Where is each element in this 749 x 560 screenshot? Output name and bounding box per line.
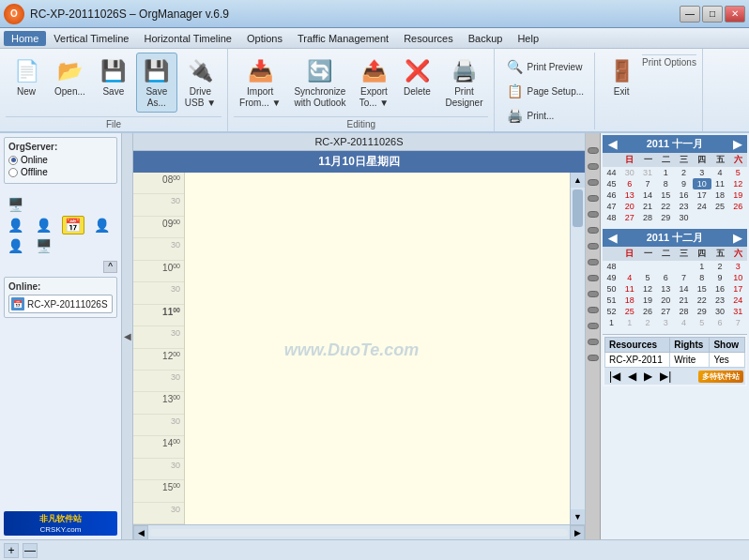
org-icon-4[interactable] [90, 195, 113, 214]
dec-day-25[interactable]: 25 [620, 306, 638, 317]
dec-day-2[interactable]: 2 [711, 261, 729, 272]
day-16[interactable]: 16 [675, 189, 693, 201]
cal-next-button[interactable]: ▶ [731, 138, 743, 151]
dec-day-9[interactable]: 9 [711, 272, 729, 283]
dec-next-7[interactable]: 7 [729, 317, 747, 328]
day-3[interactable]: 3 [693, 167, 711, 178]
online-item-rc-xp[interactable]: 📅 RC-XP-20111026S [8, 295, 113, 313]
day-17[interactable]: 17 [693, 189, 711, 201]
dec-day-8[interactable]: 8 [693, 272, 711, 283]
menu-options[interactable]: Options [239, 31, 290, 46]
org-icon-1[interactable]: 🖥️ [4, 195, 26, 214]
day-30-prev[interactable]: 30 [620, 167, 638, 178]
dec-next-4[interactable]: 4 [675, 317, 693, 328]
offline-radio[interactable] [8, 168, 18, 177]
new-button[interactable]: 📄 New [6, 53, 47, 101]
day-22[interactable]: 22 [657, 201, 675, 212]
day-1[interactable]: 1 [657, 167, 675, 178]
dec-day-3[interactable]: 3 [729, 261, 747, 272]
dec-day-1[interactable]: 1 [693, 261, 711, 272]
online-radio[interactable] [8, 156, 18, 165]
scroll-thumb[interactable] [573, 189, 583, 227]
scroll-left-button[interactable]: ◀ [133, 525, 148, 540]
dec-day-15[interactable]: 15 [693, 283, 711, 295]
dec-next-5[interactable]: 5 [693, 317, 711, 328]
day-8[interactable]: 8 [657, 178, 675, 189]
collapse-button[interactable]: ^ [103, 261, 117, 273]
day-19[interactable]: 19 [729, 189, 747, 201]
day-9[interactable]: 9 [675, 178, 693, 189]
dec-day-4[interactable]: 4 [620, 272, 638, 283]
day-2[interactable]: 2 [675, 167, 693, 178]
exit-button[interactable]: 🚪 Exit [601, 53, 642, 101]
dec-day-22[interactable]: 22 [693, 295, 711, 306]
dec-next-1[interactable]: 1 [620, 317, 638, 328]
org-icon-2[interactable] [33, 195, 55, 214]
day-27[interactable]: 27 [620, 212, 638, 223]
remove-button[interactable]: — [23, 543, 38, 558]
dec-day-11[interactable]: 11 [620, 283, 638, 295]
res-prev-button[interactable]: ◀ [625, 370, 639, 383]
day-20[interactable]: 20 [620, 201, 638, 212]
dec-day-28[interactable]: 28 [675, 306, 693, 317]
dec-day-21[interactable]: 21 [675, 295, 693, 306]
org-icon-12[interactable] [90, 236, 113, 255]
cal-dec-prev-button[interactable]: ◀ [606, 232, 619, 245]
menu-home[interactable]: Home [4, 31, 46, 46]
dec-next-2[interactable]: 2 [639, 317, 657, 328]
delete-button[interactable]: ❌ Delete [396, 53, 437, 101]
dec-day-16[interactable]: 16 [711, 283, 729, 295]
maximize-button[interactable]: □ [702, 6, 723, 23]
menu-resources[interactable]: Resources [396, 31, 461, 46]
import-from-button[interactable]: 📥 ImportFrom... ▼ [234, 53, 286, 113]
cal-dec-next-button[interactable]: ▶ [731, 232, 743, 245]
res-next-button[interactable]: ▶ [641, 370, 655, 383]
dec-day-24[interactable]: 24 [729, 295, 747, 306]
day-4[interactable]: 4 [711, 167, 729, 178]
save-button[interactable]: 💾 Save [93, 53, 134, 101]
dec-day-7[interactable]: 7 [675, 272, 693, 283]
dec-day-31[interactable]: 31 [729, 306, 747, 317]
dec-day-23[interactable]: 23 [711, 295, 729, 306]
dec-day-30[interactable]: 30 [711, 306, 729, 317]
dec-day-10[interactable]: 10 [729, 272, 747, 283]
day-10-today[interactable]: 10 [693, 178, 711, 189]
online-radio-option[interactable]: Online [8, 155, 113, 165]
day-23[interactable]: 23 [675, 201, 693, 212]
day-11[interactable]: 11 [711, 178, 729, 189]
day-24[interactable]: 24 [693, 201, 711, 212]
day-12[interactable]: 12 [729, 178, 747, 189]
close-button[interactable]: ✕ [725, 6, 745, 23]
print-designer-button[interactable]: 🖨️ PrintDesigner [439, 53, 488, 113]
org-icon-10[interactable]: 🖥️ [33, 236, 55, 255]
day-14[interactable]: 14 [639, 189, 657, 201]
day-7[interactable]: 7 [639, 178, 657, 189]
vertical-scrollbar[interactable]: ▲ ▼ [570, 173, 585, 524]
page-setup-button[interactable]: 📋 Page Setup... [500, 81, 590, 101]
minimize-button[interactable]: — [680, 6, 700, 23]
dec-day-12[interactable]: 12 [639, 283, 657, 295]
export-to-button[interactable]: 📤 ExportTo... ▼ [353, 53, 394, 113]
print-button[interactable]: 🖨️ Print... [500, 105, 590, 126]
cal-prev-button[interactable]: ◀ [606, 138, 619, 151]
dec-day-14[interactable]: 14 [675, 283, 693, 295]
day-31-prev[interactable]: 31 [639, 167, 657, 178]
dec-day-27[interactable]: 27 [657, 306, 675, 317]
offline-radio-option[interactable]: Offline [8, 167, 113, 177]
menu-horizontal-timeline[interactable]: Horizontal Timeline [136, 31, 239, 46]
dec-next-6[interactable]: 6 [711, 317, 729, 328]
dec-day-18[interactable]: 18 [620, 295, 638, 306]
dec-day-17[interactable]: 17 [729, 283, 747, 295]
scroll-down-button[interactable]: ▼ [571, 509, 585, 524]
org-icon-8[interactable]: 👤 [90, 216, 113, 235]
menu-backup[interactable]: Backup [461, 31, 511, 46]
menu-help[interactable]: Help [510, 31, 546, 46]
day-13[interactable]: 13 [620, 189, 638, 201]
org-icon-6[interactable]: 👤 [33, 216, 55, 235]
org-icon-9[interactable]: 👤 [4, 236, 26, 255]
res-first-button[interactable]: |◀ [606, 370, 623, 383]
day-6[interactable]: 6 [620, 178, 638, 189]
day-5[interactable]: 5 [729, 167, 747, 178]
scroll-right-button[interactable]: ▶ [570, 525, 585, 540]
day-30[interactable]: 30 [675, 212, 693, 223]
